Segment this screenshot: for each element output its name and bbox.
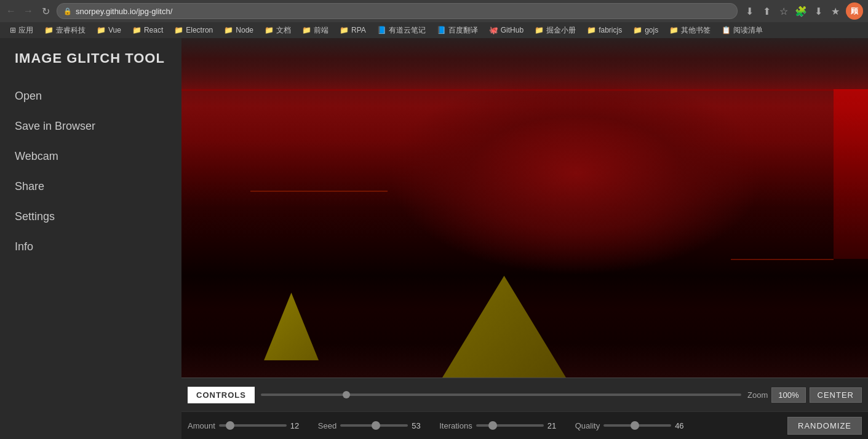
youdao-icon: 📘 — [377, 26, 386, 34]
bookmark-docs[interactable]: 📁 文档 — [260, 24, 296, 37]
seed-value: 53 — [412, 421, 427, 430]
back-button[interactable]: ← — [5, 5, 17, 17]
glitch-bar-1 — [181, 89, 868, 91]
browser-chrome: ← → ↻ 🔒 snorpey.github.io/jpg-glitch/ ⬇ … — [0, 0, 868, 38]
download-button[interactable]: ⬇ — [811, 4, 825, 18]
address-bar[interactable]: 🔒 snorpey.github.io/jpg-glitch/ — [57, 3, 738, 19]
extensions-button[interactable]: 🧩 — [794, 4, 808, 18]
quality-slider[interactable] — [603, 424, 671, 427]
nav-item-share[interactable]: Share — [0, 172, 181, 202]
scrollbar-thumb[interactable] — [343, 391, 350, 398]
bookmark-github[interactable]: 🐙 GitHub — [484, 25, 528, 36]
quality-label: Quality — [575, 421, 600, 430]
quality-group: Quality 46 — [575, 421, 690, 430]
zoom-label: Zoom — [747, 390, 768, 400]
iterations-value: 21 — [547, 421, 563, 430]
nav-item-open[interactable]: Open — [0, 81, 181, 111]
glitch-dark-layer — [181, 38, 868, 89]
folder-icon: 📁 — [224, 26, 233, 34]
share-button[interactable]: ⬆ — [760, 4, 773, 18]
glitch-bar-3 — [731, 259, 834, 260]
amount-slider[interactable] — [219, 424, 287, 427]
folder-icon: 📁 — [132, 26, 141, 34]
canvas-area[interactable] — [181, 38, 868, 378]
horizontal-scrollbar[interactable] — [261, 394, 741, 396]
glitch-canvas — [181, 38, 868, 378]
seed-label: Seed — [318, 421, 336, 430]
lock-icon: 🔒 — [63, 7, 72, 15]
glitch-red-block — [834, 89, 868, 259]
nav-item-settings[interactable]: Settings — [0, 202, 181, 232]
browser-toolbar: ← → ↻ 🔒 snorpey.github.io/jpg-glitch/ ⬇ … — [0, 0, 868, 22]
folder-icon: 📁 — [174, 26, 183, 34]
controls-button[interactable]: CONTROLS — [188, 387, 255, 403]
bookmark-gojs[interactable]: 📁 gojs — [628, 25, 663, 36]
folder-icon: 📁 — [633, 26, 642, 34]
bookmark-baidu[interactable]: 📘 百度翻译 — [432, 24, 483, 37]
bookmark-frontend[interactable]: 📁 前端 — [297, 24, 333, 37]
iterations-slider[interactable] — [476, 424, 544, 427]
amount-group: Amount 12 — [188, 421, 306, 430]
download-page-button[interactable]: ⬇ — [743, 4, 756, 18]
folder-icon: 📁 — [669, 26, 679, 34]
center-button[interactable]: CENTER — [810, 387, 862, 403]
bookmark-youdao[interactable]: 📘 有道云笔记 — [372, 24, 431, 37]
folder-icon: 📁 — [302, 26, 311, 34]
toolbar-actions: ⬇ ⬆ ☆ 🧩 ⬇ ★ 顾 — [743, 2, 863, 20]
bookmark-rpa[interactable]: 📁 RPA — [335, 25, 371, 36]
main-content: CONTROLS Zoom 100% CENTER Amount 12 Seed… — [181, 38, 868, 439]
apps-icon: ⊞ — [10, 26, 16, 34]
bookmark-apps[interactable]: ⊞ 应用 — [5, 24, 38, 37]
seed-group: Seed 53 — [318, 421, 427, 430]
glitch-bar-2 — [250, 191, 388, 192]
sidebar: IMAGE GLITCH TOOL Open Save in Browser W… — [0, 38, 181, 439]
glitch-red-layer — [388, 72, 765, 275]
randomize-button[interactable]: RANDOMIZE — [787, 417, 862, 435]
nav-item-save-browser[interactable]: Save in Browser — [0, 111, 181, 141]
bookmark-react[interactable]: 📁 React — [127, 25, 168, 36]
app-title: IMAGE GLITCH TOOL — [0, 50, 181, 81]
folder-icon: 📁 — [535, 26, 544, 34]
baidu-icon: 📘 — [437, 26, 446, 34]
bookmark-vue[interactable]: 📁 Vue — [92, 25, 126, 36]
bookmark-node[interactable]: 📁 Node — [219, 25, 258, 36]
seed-slider[interactable] — [340, 424, 408, 427]
nav-item-info[interactable]: Info — [0, 232, 181, 262]
iterations-group: Iterations 21 — [439, 421, 562, 430]
reload-button[interactable]: ↻ — [39, 5, 52, 17]
bookmark-yirui[interactable]: 📁 壹睿科技 — [39, 24, 90, 37]
folder-icon: 📁 — [340, 26, 349, 34]
iterations-label: Iterations — [439, 421, 472, 430]
favorites-button[interactable]: ★ — [829, 4, 842, 18]
bookmark-other[interactable]: 📁 其他书签 — [664, 24, 715, 37]
folder-icon: 📁 — [44, 26, 54, 34]
bookmark-juejin[interactable]: 📁 掘金小册 — [530, 24, 581, 37]
app-area: IMAGE GLITCH TOOL Open Save in Browser W… — [0, 38, 868, 439]
user-avatar[interactable]: 顾 — [846, 2, 863, 20]
bookmarks-bar: ⊞ 应用 📁 壹睿科技 📁 Vue 📁 React 📁 Electron 📁 N… — [0, 22, 868, 38]
folder-icon: 📁 — [587, 26, 596, 34]
amount-label: Amount — [188, 421, 215, 430]
url-text: snorpey.github.io/jpg-glitch/ — [76, 7, 172, 16]
bookmark-electron[interactable]: 📁 Electron — [169, 25, 218, 36]
bookmark-fabricjs[interactable]: 📁 fabricjs — [582, 25, 627, 36]
github-icon: 🐙 — [489, 26, 498, 34]
folder-icon: 📁 — [97, 26, 106, 34]
quality-value: 46 — [675, 421, 690, 430]
bookmark-button[interactable]: ☆ — [777, 4, 790, 18]
amount-value: 12 — [290, 421, 306, 430]
zoom-value: 100% — [771, 387, 805, 403]
forward-button[interactable]: → — [22, 5, 34, 17]
nav-item-webcam[interactable]: Webcam — [0, 141, 181, 172]
params-bar: Amount 12 Seed 53 Iterations 21 Quality … — [181, 411, 868, 439]
folder-icon: 📁 — [265, 26, 274, 34]
controls-bar: CONTROLS Zoom 100% CENTER — [181, 378, 868, 411]
sidebar-nav: Open Save in Browser Webcam Share Settin… — [0, 81, 181, 262]
readinglist-icon: 📋 — [722, 26, 731, 34]
bookmark-readinglist[interactable]: 📋 阅读清单 — [717, 24, 768, 37]
